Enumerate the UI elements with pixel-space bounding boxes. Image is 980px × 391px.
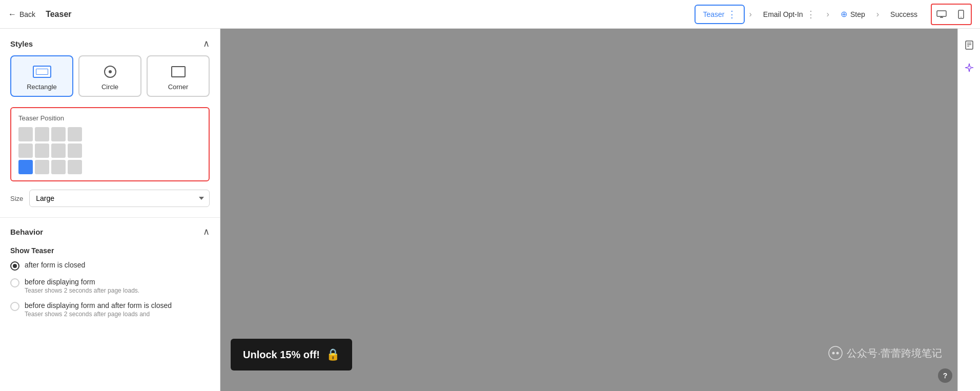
pos-cell-0-0[interactable] (18, 127, 33, 141)
size-select[interactable]: Small Medium Large (29, 190, 210, 207)
nav-step-label: Step (850, 10, 865, 18)
pos-cell-1-0[interactable] (18, 143, 33, 158)
pos-cell-0-2[interactable] (51, 127, 66, 141)
unlock-text: Unlock 15% off! (243, 349, 320, 361)
svg-point-6 (832, 352, 835, 355)
radio-before-and-after-label: before displaying form and after form is… (25, 301, 172, 310)
pos-cell-2-1[interactable] (35, 160, 49, 174)
style-card-corner[interactable]: Corner (147, 55, 210, 97)
watermark: 公众号·蕾蕾跨境笔记 (828, 346, 942, 360)
radio-before-form-content: before displaying form Teaser shows 2 se… (25, 278, 139, 294)
pos-cell-0-1[interactable] (35, 127, 49, 141)
behavior-section-header: Behavior ∧ (10, 218, 210, 239)
rectangle-label: Rectangle (27, 83, 57, 91)
watermark-text: 公众号·蕾蕾跨境笔记 (847, 346, 942, 360)
nav-teaser-button[interactable]: Teaser ⋮ (695, 5, 745, 24)
nav-success[interactable]: Success (883, 7, 925, 22)
nav-arrow-3-icon: › (874, 10, 881, 19)
view-toggle-group (931, 4, 972, 25)
style-card-circle[interactable]: Circle (78, 55, 141, 97)
radio-before-form-btn[interactable] (10, 278, 19, 287)
back-button[interactable]: ← Back (8, 10, 35, 19)
pos-cell-2-0[interactable] (18, 160, 33, 174)
position-grid (18, 127, 201, 174)
teaser-position-section: Teaser Position (10, 107, 210, 181)
pos-cell-0-3[interactable] (68, 127, 82, 141)
nav-teaser-dots-icon[interactable]: ⋮ (727, 9, 737, 20)
page-title: Teaser (46, 10, 71, 19)
pos-cell-1-3[interactable] (68, 143, 82, 158)
radio-after-closed: after form is closed (10, 261, 210, 271)
nav-email-optin-label: Email Opt-In (763, 10, 803, 18)
desktop-view-button[interactable] (932, 5, 951, 24)
lock-icon: 🔒 (326, 348, 340, 361)
pos-cell-2-3[interactable] (68, 160, 82, 174)
circle-label: Circle (101, 83, 118, 91)
help-label: ? (943, 372, 948, 380)
sparkle-icon (964, 63, 974, 73)
radio-after-closed-content: after form is closed (25, 261, 85, 269)
show-teaser-heading: Show Teaser (10, 246, 210, 255)
radio-before-form-label: before displaying form (25, 278, 139, 286)
sidebar-page-icon-button[interactable] (961, 37, 977, 53)
behavior-title: Behavior (10, 228, 43, 236)
nav-arrow-2-icon: › (825, 10, 831, 19)
corner-label: Corner (168, 83, 189, 91)
corner-icon-shape (168, 65, 189, 79)
radio-before-and-after-sub: Teaser shows 2 seconds after page loads … (25, 311, 172, 318)
behavior-section: Behavior ∧ Show Teaser after form is clo… (0, 218, 220, 318)
styles-section-header: Styles ∧ (0, 29, 220, 55)
svg-point-4 (961, 16, 962, 17)
sidebar-sparkle-icon-button[interactable] (961, 59, 977, 76)
mobile-view-button[interactable] (951, 5, 971, 24)
plus-icon: ⊕ (841, 9, 847, 19)
preview-area: Unlock 15% off! 🔒 公众号·蕾蕾跨境笔记 ? (220, 29, 957, 391)
radio-after-closed-btn[interactable] (10, 261, 19, 271)
svg-rect-0 (937, 11, 946, 16)
styles-collapse-button[interactable]: ∧ (203, 38, 210, 49)
nav-step[interactable]: ⊕ Step (833, 6, 872, 22)
radio-after-closed-label: after form is closed (25, 261, 85, 269)
rectangle-icon (32, 65, 52, 79)
wechat-icon (828, 346, 843, 360)
radio-before-form: before displaying form Teaser shows 2 se… (10, 278, 210, 294)
pos-cell-1-2[interactable] (51, 143, 66, 158)
radio-before-form-sub: Teaser shows 2 seconds after page loads. (25, 287, 139, 294)
nav-email-optin[interactable]: Email Opt-In ⋮ (756, 6, 823, 23)
size-row: Size Small Medium Large (0, 190, 220, 217)
radio-before-and-after-btn[interactable] (10, 302, 19, 311)
help-button[interactable]: ? (938, 368, 952, 383)
nav-steps: Teaser ⋮ › Email Opt-In ⋮ › ⊕ Step › Suc… (695, 5, 925, 24)
styles-title: Styles (10, 39, 33, 48)
right-sidebar (957, 29, 980, 391)
back-arrow-icon: ← (8, 10, 16, 19)
preview-teaser-bar: Unlock 15% off! 🔒 (231, 339, 352, 371)
topbar: ← Back Teaser Teaser ⋮ › Email Opt-In ⋮ … (0, 0, 980, 29)
style-card-rectangle[interactable]: Rectangle (10, 55, 73, 97)
radio-before-and-after-content: before displaying form and after form is… (25, 301, 172, 318)
svg-point-7 (836, 352, 839, 355)
nav-arrow-1-icon: › (747, 10, 753, 19)
size-label: Size (10, 195, 23, 202)
back-label: Back (19, 10, 35, 18)
pos-cell-2-2[interactable] (51, 160, 66, 174)
main-layout: Styles ∧ Rectangle Circle (0, 29, 980, 391)
svg-point-5 (829, 346, 842, 360)
radio-before-and-after: before displaying form and after form is… (10, 301, 210, 318)
pos-cell-1-1[interactable] (35, 143, 49, 158)
svg-rect-8 (966, 41, 973, 49)
nav-email-dots-icon[interactable]: ⋮ (806, 9, 815, 20)
teaser-position-label: Teaser Position (18, 114, 201, 122)
nav-teaser-label: Teaser (703, 10, 724, 18)
page-icon (964, 40, 974, 50)
behavior-collapse-button[interactable]: ∧ (203, 226, 210, 237)
nav-success-label: Success (890, 10, 917, 18)
circle-icon (100, 65, 120, 79)
style-cards-container: Rectangle Circle Corner (0, 55, 220, 107)
left-panel: Styles ∧ Rectangle Circle (0, 29, 220, 391)
